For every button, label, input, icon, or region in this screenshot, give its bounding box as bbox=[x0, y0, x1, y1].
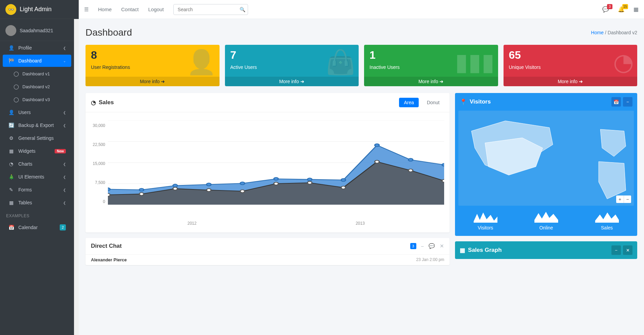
stat-footer-link[interactable]: More info ➜ bbox=[225, 77, 359, 86]
sales-graph-title: ▦ Sales Graph bbox=[460, 247, 501, 254]
breadcrumb-home[interactable]: Home bbox=[591, 30, 604, 35]
search-input[interactable] bbox=[173, 4, 248, 15]
user-panel[interactable]: Saadahmad321 bbox=[0, 20, 74, 41]
menu-toggle-icon[interactable]: ☰ bbox=[84, 6, 89, 13]
stat-footer-link[interactable]: More info ➜ bbox=[504, 77, 638, 86]
sidebar-item-label: Tables bbox=[18, 200, 59, 205]
notifications-icon[interactable]: 🔔 15 bbox=[618, 6, 625, 13]
tab-donut[interactable]: Donut bbox=[422, 98, 444, 107]
sidebar-subitem-dashboard-v1[interactable]: ◯ Dashboard v1 bbox=[4, 68, 71, 80]
visitors-stat-online[interactable]: Online bbox=[534, 210, 558, 230]
visitors-stat-sales[interactable]: Sales bbox=[595, 210, 619, 230]
count-badge: 2 bbox=[60, 224, 66, 230]
sidebar-item-label: Forms bbox=[18, 187, 59, 192]
sidebar-submenu-dashboard: ◯ Dashboard v1 ◯ Dashboard v2 ◯ Dashboar… bbox=[0, 68, 74, 106]
apps-icon[interactable]: ▦ bbox=[633, 6, 639, 13]
messages-icon[interactable]: 💬 3 bbox=[602, 6, 609, 13]
sidebar-item-label: Calendar bbox=[18, 225, 56, 230]
topbar-link-logout[interactable]: Logout bbox=[148, 6, 164, 12]
sidebar-item-label: Dashboard bbox=[18, 58, 59, 63]
sidebar-item-forms[interactable]: ✎ Forms ❮ bbox=[3, 184, 71, 196]
card-title-text: Sales Graph bbox=[468, 247, 501, 254]
chat-icon[interactable]: 💬 bbox=[429, 243, 435, 249]
direct-chat-card: Direct Chat 3 − 💬 ✕ Alexander Pierce 23 … bbox=[86, 238, 450, 265]
sales-graph-card: ▦ Sales Graph − ✕ bbox=[455, 241, 637, 259]
visitors-card-title: 📍 Visitors bbox=[460, 98, 491, 106]
sidebar-header-examples: EXAMPLES bbox=[0, 209, 74, 220]
sidebar-item-label: UI Elements bbox=[18, 174, 59, 180]
stat-footer-link[interactable]: More info ➜ bbox=[364, 77, 498, 86]
sidebar-item-dashboard[interactable]: 🏁 Dashboard ⌄ bbox=[3, 55, 71, 67]
y-tick: 0 bbox=[91, 199, 105, 204]
stat-footer-link[interactable]: More info ➜ bbox=[86, 77, 220, 86]
sidebar-item-backup[interactable]: 🔄 Backup & Export ❮ bbox=[3, 119, 71, 131]
share-icon: 🔄 bbox=[8, 123, 14, 128]
chat-item[interactable]: Alexander Pierce 23 Jan 2:00 pm bbox=[86, 254, 450, 265]
sidebar-subitem-dashboard-v3[interactable]: ◯ Dashboard v3 bbox=[4, 93, 71, 106]
chat-title: Direct Chat bbox=[91, 243, 122, 249]
stat-row: 8 User Registrations 👤 More info ➜ 7 Act… bbox=[86, 45, 637, 86]
table-icon: ▦ bbox=[8, 200, 14, 205]
sidebar-item-label: Charts bbox=[18, 161, 59, 167]
visitors-stat-visitors[interactable]: Visitors bbox=[474, 210, 497, 230]
svg-point-11 bbox=[307, 178, 312, 181]
chat-item-name: Alexander Pierce bbox=[91, 257, 127, 262]
minimize-icon[interactable]: − bbox=[611, 245, 621, 255]
stat-label: Online bbox=[534, 225, 558, 230]
notifications-badge: 15 bbox=[622, 4, 628, 9]
tab-area[interactable]: Area bbox=[399, 98, 419, 107]
sparkline-icon bbox=[534, 210, 558, 223]
world-map-icon bbox=[458, 111, 634, 206]
chevron-left-icon: ❮ bbox=[63, 162, 66, 166]
circle-icon: ◯ bbox=[14, 71, 18, 76]
svg-point-23 bbox=[341, 186, 345, 189]
map-zoom-controls: + − bbox=[616, 196, 631, 203]
minimize-icon[interactable]: − bbox=[623, 97, 632, 107]
sales-chart: 30,000 22,500 15,000 7,500 0 bbox=[91, 117, 444, 219]
breadcrumb-sep: / bbox=[605, 30, 606, 35]
sidebar-item-tables[interactable]: ▦ Tables ❮ bbox=[3, 197, 71, 209]
map-pin-icon: 📍 bbox=[460, 98, 467, 106]
arrow-icon: ➜ bbox=[161, 79, 165, 84]
sidebar-scrollbar[interactable] bbox=[74, 19, 79, 335]
card-title-text: Visitors bbox=[470, 98, 491, 105]
svg-point-16 bbox=[108, 193, 110, 196]
sidebar-item-label: Backup & Export bbox=[18, 123, 59, 128]
close-icon[interactable]: ✕ bbox=[440, 243, 444, 249]
sidebar-item-label: Dashboard v3 bbox=[22, 97, 66, 102]
visitors-map[interactable]: + − bbox=[458, 111, 634, 206]
sidebar-item-charts[interactable]: ◔ Charts ❮ bbox=[3, 158, 71, 170]
zoom-in-button[interactable]: + bbox=[616, 196, 624, 203]
topbar-link-contact[interactable]: Contact bbox=[121, 6, 139, 12]
sidebar-item-widgets[interactable]: ▦ Widgets New bbox=[3, 145, 71, 157]
circle-icon: ◯ bbox=[14, 84, 18, 89]
chevron-left-icon: ❮ bbox=[63, 124, 66, 127]
avatar bbox=[5, 25, 16, 36]
sales-card: ◔ Sales Area Donut 30,000 bbox=[86, 93, 450, 232]
chevron-left-icon: ❮ bbox=[63, 46, 66, 50]
calendar-tool-icon[interactable]: 📅 bbox=[611, 97, 621, 107]
sidebar-subitem-dashboard-v2[interactable]: ◯ Dashboard v2 bbox=[4, 80, 71, 93]
sidebar-item-ui-elements[interactable]: 🎄 UI Elements ❮ bbox=[3, 171, 71, 183]
close-icon[interactable]: ✕ bbox=[623, 245, 632, 255]
svg-point-25 bbox=[409, 169, 413, 172]
minimize-icon[interactable]: − bbox=[421, 243, 424, 249]
search-icon[interactable]: 🔍 bbox=[240, 7, 245, 12]
edit-icon: ✎ bbox=[8, 187, 14, 192]
x-tick: 2012 bbox=[187, 221, 196, 226]
chart-svg bbox=[108, 120, 444, 205]
main: ☰ Home Contact Logout 🔍 💬 3 🔔 15 ▦ Dashb… bbox=[79, 0, 644, 335]
svg-point-21 bbox=[274, 182, 278, 185]
sidebar-item-users[interactable]: 👤 Users ❮ bbox=[3, 106, 71, 118]
stat-box-inactive-users: 1 Inactive Users ▮▮▮ More info ➜ bbox=[364, 45, 498, 86]
sidebar-scroll: Saadahmad321 👤 Profile ❮ 🏁 Dashboard ⌄ ◯… bbox=[0, 19, 74, 335]
zoom-out-button[interactable]: − bbox=[624, 196, 631, 203]
sidebar-item-settings[interactable]: ⚙ General Settings bbox=[3, 132, 71, 144]
sidebar-item-label: Profile bbox=[18, 45, 59, 51]
brand[interactable]: 👓 Light Admin bbox=[0, 0, 79, 19]
stat-cta: More info bbox=[558, 79, 577, 84]
sidebar-item-profile[interactable]: 👤 Profile ❮ bbox=[3, 42, 71, 54]
new-badge: New bbox=[55, 149, 66, 153]
topbar-link-home[interactable]: Home bbox=[98, 6, 112, 12]
sidebar-item-calendar[interactable]: 📅 Calendar 2 bbox=[3, 221, 71, 234]
